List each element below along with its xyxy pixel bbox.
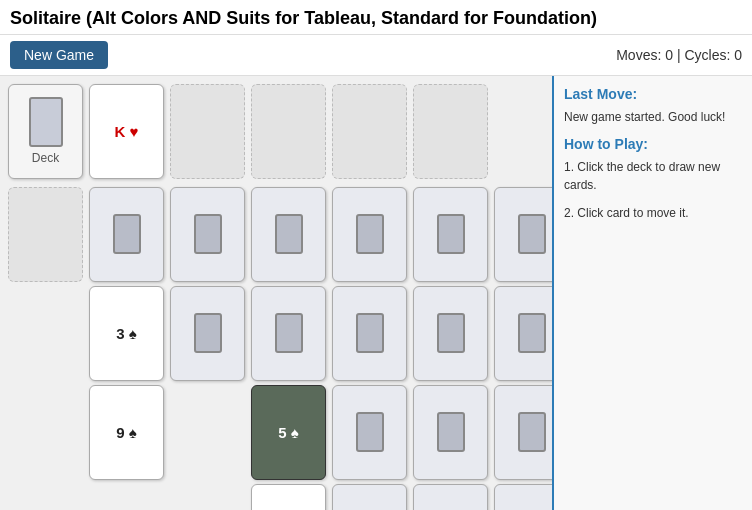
face-down-card [332, 385, 407, 480]
card-value: 9 ♠ [116, 424, 136, 441]
tableau-card-3s[interactable]: 3 ♠ [89, 286, 164, 381]
face-down-card [494, 484, 552, 510]
face-down-card [413, 187, 488, 282]
deck-icon [29, 97, 63, 147]
card-value: 3 ♠ [116, 325, 136, 342]
face-down-card [332, 286, 407, 381]
card-back [518, 412, 546, 452]
how-to-play-step-1: 1. Click the deck to draw new cards. [564, 158, 742, 194]
tableau-col-2: 3 ♠ 9 ♠ [89, 187, 164, 510]
deck-pile[interactable]: Deck [8, 84, 83, 179]
tableau-col-4: 5 ♠ Q ♦ [251, 187, 326, 510]
face-down-card [332, 187, 407, 282]
tableau-area: 3 ♠ 9 ♠ [8, 187, 544, 510]
card-value: 5 ♠ [278, 424, 298, 441]
tableau-card-9s[interactable]: 9 ♠ [89, 385, 164, 480]
face-down-card [494, 286, 552, 381]
stats-display: Moves: 0 | Cycles: 0 [616, 47, 742, 63]
card-back [518, 313, 546, 353]
face-down-card [413, 484, 488, 510]
card-back [437, 412, 465, 452]
foundation-slot-3[interactable] [332, 84, 407, 179]
tableau-col-1 [8, 187, 83, 510]
last-move-text: New game started. Good luck! [564, 108, 742, 126]
how-to-play-title: How to Play: [564, 136, 742, 152]
game-area: Deck K ♥ 3 ♠ [0, 76, 552, 510]
card-back [356, 412, 384, 452]
tableau-col-6 [413, 187, 488, 510]
card-back [113, 214, 141, 254]
deck-label: Deck [32, 151, 59, 165]
tableau-card-5s-highlighted[interactable]: 5 ♠ [251, 385, 326, 480]
top-row: Deck K ♥ [8, 84, 544, 179]
tableau-col-5 [332, 187, 407, 510]
face-down-card [170, 187, 245, 282]
face-down-card [332, 484, 407, 510]
card-back [437, 214, 465, 254]
face-down-card [170, 286, 245, 381]
main-area: Deck K ♥ 3 ♠ [0, 76, 752, 510]
card-back [275, 313, 303, 353]
face-down-card [251, 187, 326, 282]
foundation-slot-4[interactable] [413, 84, 488, 179]
card-back [194, 313, 222, 353]
face-down-card [413, 385, 488, 480]
new-game-button[interactable]: New Game [10, 41, 108, 69]
sidebar: Last Move: New game started. Good luck! … [552, 76, 752, 510]
face-down-card [494, 187, 552, 282]
page-title: Solitaire (Alt Colors AND Suits for Tabl… [10, 8, 742, 30]
face-down-card [251, 286, 326, 381]
tableau-col-3 [170, 187, 245, 510]
tableau-card-qd[interactable]: Q ♦ [251, 484, 326, 510]
waste-pile[interactable]: K ♥ [89, 84, 164, 179]
how-to-play-step-2: 2. Click card to move it. [564, 204, 742, 222]
header: Solitaire (Alt Colors AND Suits for Tabl… [0, 0, 752, 35]
foundation-slot-1[interactable] [170, 84, 245, 179]
tableau-col-7 [494, 187, 552, 510]
card-back [356, 313, 384, 353]
card-back [356, 214, 384, 254]
last-move-title: Last Move: [564, 86, 742, 102]
foundation-slot-2[interactable] [251, 84, 326, 179]
tableau-empty-1[interactable] [8, 187, 83, 282]
toolbar: New Game Moves: 0 | Cycles: 0 [0, 35, 752, 76]
card-back [275, 214, 303, 254]
waste-top-value: K ♥ [115, 123, 139, 140]
face-down-card [89, 187, 164, 282]
face-down-card [413, 286, 488, 381]
card-back [437, 313, 465, 353]
card-back [194, 214, 222, 254]
face-down-card [494, 385, 552, 480]
card-back [518, 214, 546, 254]
